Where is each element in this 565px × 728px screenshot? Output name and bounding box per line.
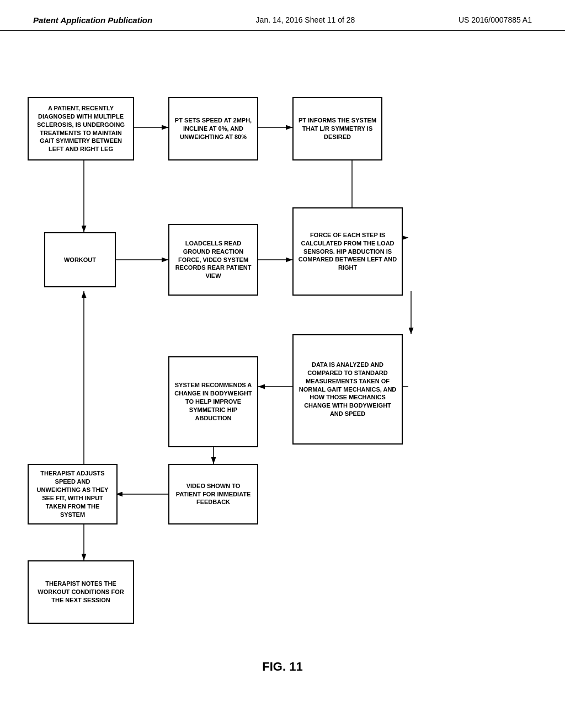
workout-box: WORKOUT	[44, 232, 116, 287]
loadcells-box: LOADCELLS READ GROUND REACTION FORCE, VI…	[168, 224, 258, 296]
force-step-box: FORCE OF EACH STEP IS CALCULATED FROM TH…	[292, 207, 403, 296]
header-date-sheet: Jan. 14, 2016 Sheet 11 of 28	[256, 15, 355, 24]
pt-sets-speed-box: PT SETS SPEED AT 2MPH, INCLINE AT 0%, AN…	[168, 97, 258, 160]
header-patent-number: US 2016/0007885 A1	[459, 15, 532, 24]
therapist-adjusts-box: THERAPIST ADJUSTS SPEED AND UNWEIGHTING …	[28, 464, 118, 524]
header-publication-label: Patent Application Publication	[33, 15, 152, 25]
pt-informs-box: PT INFORMS THE SYSTEM THAT L/R SYMMETRY …	[292, 97, 382, 160]
data-analyzed-box: DATA IS ANALYZED AND COMPARED TO STANDAR…	[292, 334, 403, 445]
figure-label: FIG. 11	[0, 660, 565, 685]
therapist-notes-box: THERAPIST NOTES THE WORKOUT CONDITIONS F…	[28, 560, 134, 624]
page: Patent Application Publication Jan. 14, …	[0, 0, 565, 728]
video-shown-box: VIDEO SHOWN TO PATIENT FOR IMMEDIATE FEE…	[168, 464, 258, 524]
patient-box: A PATIENT, RECENTLY DIAGNOSED WITH MULTI…	[28, 97, 134, 160]
page-header: Patent Application Publication Jan. 14, …	[0, 0, 565, 31]
diagram-area: A PATIENT, RECENTLY DIAGNOSED WITH MULTI…	[0, 36, 565, 660]
system-recommends-box: SYSTEM RECOMMENDS A CHANGE IN BODYWEIGHT…	[168, 356, 258, 447]
